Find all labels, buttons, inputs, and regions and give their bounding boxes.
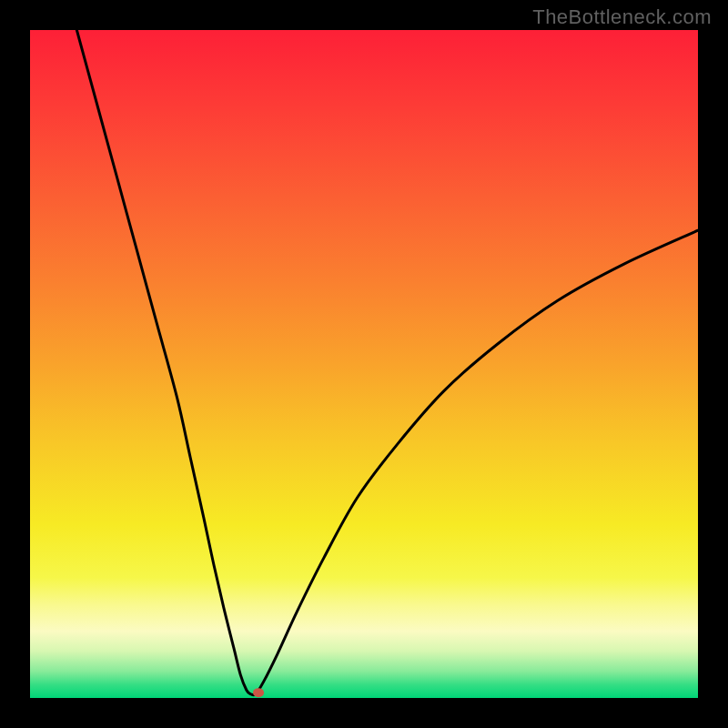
plot-area <box>30 30 698 698</box>
optimal-point-marker <box>253 688 264 697</box>
watermark-text: TheBottleneck.com <box>532 5 712 29</box>
plot-svg <box>30 30 698 698</box>
gradient-background <box>30 30 698 698</box>
chart-container: TheBottleneck.com <box>0 0 728 728</box>
